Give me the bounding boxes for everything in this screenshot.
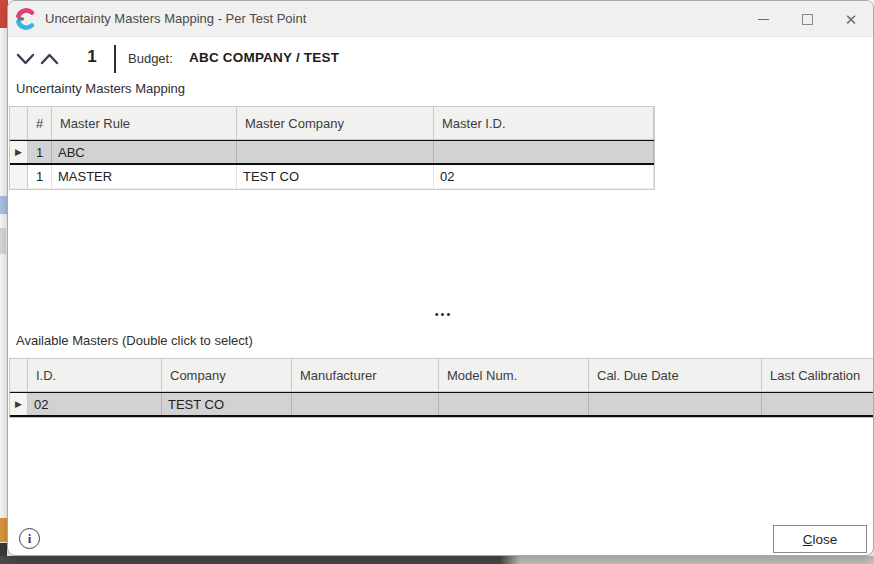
column-header[interactable]: Manufacturer — [292, 359, 439, 391]
background-window-bottom-edge — [0, 556, 874, 564]
table-cell[interactable] — [762, 393, 874, 415]
column-header[interactable]: I.D. — [28, 359, 162, 391]
table-cell[interactable] — [589, 393, 762, 415]
row-selector — [10, 165, 28, 188]
table-cell[interactable]: TEST CO — [237, 165, 434, 188]
available-table-header: I.D. Company Manufacturer Model Num. Cal… — [10, 359, 874, 392]
splitter-grip-icon: ••• — [435, 312, 453, 316]
table-cell[interactable] — [292, 393, 439, 415]
table-row[interactable]: 1 MASTER TEST CO 02 — [10, 165, 654, 189]
mapping-section-title: Uncertainty Masters Mapping — [16, 81, 185, 96]
close-icon[interactable]: ✕ — [829, 1, 873, 37]
table-cell[interactable]: ABC — [52, 141, 237, 163]
table-cell[interactable]: 1 — [28, 165, 52, 188]
mapping-table-header: # Master Rule Master Company Master I.D. — [10, 107, 654, 140]
background-fragment — [0, 196, 7, 214]
maximize-icon[interactable] — [785, 1, 829, 37]
column-header[interactable]: Master Company — [237, 107, 434, 139]
record-navigator: 1 Budget: ABC COMPANY / TEST — [8, 45, 873, 75]
table-row[interactable]: ▶ 02 TEST CO — [10, 392, 874, 417]
row-indicator-icon: ▶ — [15, 148, 22, 157]
table-cell[interactable]: MASTER — [52, 165, 237, 188]
app-logo-icon — [15, 8, 37, 30]
available-section-title: Available Masters (Double click to selec… — [16, 333, 253, 348]
row-selector: ▶ — [10, 141, 28, 163]
table-cell[interactable] — [434, 141, 654, 163]
budget-value: ABC COMPANY / TEST — [189, 50, 339, 65]
table-cell[interactable]: 02 — [434, 165, 654, 188]
divider — [114, 45, 116, 73]
window-title: Uncertainty Masters Mapping - Per Test P… — [45, 11, 306, 26]
mapping-table[interactable]: # Master Rule Master Company Master I.D.… — [9, 106, 655, 190]
table-cell[interactable]: TEST CO — [162, 393, 292, 415]
uncertainty-masters-mapping-dialog: Uncertainty Masters Mapping - Per Test P… — [7, 0, 874, 556]
close-button[interactable]: Close — [773, 525, 867, 553]
table-cell[interactable] — [237, 141, 434, 163]
window-controls: ✕ — [741, 1, 873, 37]
row-selector: ▶ — [10, 393, 28, 415]
column-header[interactable]: Master I.D. — [434, 107, 654, 139]
column-header[interactable]: Model Num. — [439, 359, 589, 391]
close-button-label: Close — [803, 532, 838, 547]
available-masters-table[interactable]: I.D. Company Manufacturer Model Num. Cal… — [9, 358, 874, 418]
chevron-down-icon[interactable] — [16, 51, 35, 67]
table-cell[interactable] — [439, 393, 589, 415]
background-fragment — [0, 518, 7, 542]
minimize-icon[interactable] — [741, 1, 785, 37]
background-fragment — [0, 228, 6, 254]
chevron-up-icon[interactable] — [40, 51, 59, 67]
table-cell[interactable]: 1 — [28, 141, 52, 163]
column-header[interactable]: Last Calibration — [762, 359, 874, 391]
budget-label: Budget: — [128, 51, 173, 66]
record-number: 1 — [80, 47, 104, 67]
row-indicator-icon: ▶ — [15, 400, 22, 409]
column-header[interactable]: Cal. Due Date — [589, 359, 762, 391]
column-header[interactable]: Company — [162, 359, 292, 391]
background-fragment — [0, 543, 7, 556]
info-icon[interactable]: i — [19, 528, 40, 549]
row-selector-header — [10, 359, 28, 391]
splitter-handle[interactable]: ••• — [8, 307, 873, 321]
column-header[interactable]: Master Rule — [52, 107, 237, 139]
table-cell[interactable]: 02 — [28, 393, 162, 415]
titlebar[interactable]: Uncertainty Masters Mapping - Per Test P… — [8, 1, 873, 37]
column-header[interactable]: # — [28, 107, 52, 139]
table-row[interactable]: ▶ 1 ABC — [10, 140, 654, 165]
row-selector-header — [10, 107, 28, 139]
